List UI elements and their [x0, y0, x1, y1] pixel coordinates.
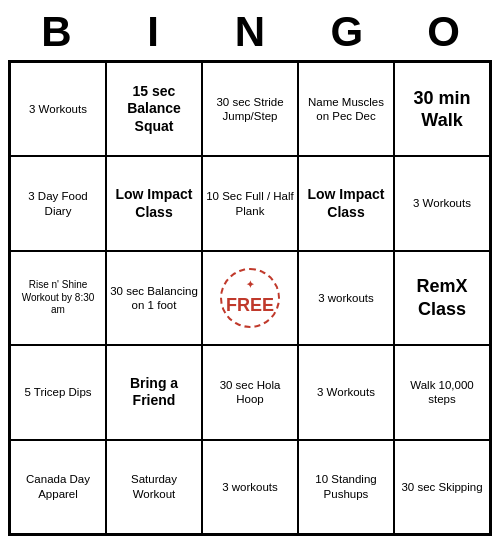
bingo-cell-22: 3 workouts — [202, 440, 298, 534]
bingo-header: B I N G O — [8, 8, 492, 56]
bingo-cell-24: 30 sec Skipping — [394, 440, 490, 534]
letter-o: O — [404, 8, 484, 56]
bingo-cell-19: Walk 10,000 steps — [394, 345, 490, 439]
bingo-cell-7: 10 Sec Full / Half Plank — [202, 156, 298, 250]
letter-n: N — [210, 8, 290, 56]
bingo-cell-11: 30 sec Balancing on 1 foot — [106, 251, 202, 345]
bingo-cell-23: 10 Standing Pushups — [298, 440, 394, 534]
bingo-cell-0: 3 Workouts — [10, 62, 106, 156]
bingo-cell-4: 30 min Walk — [394, 62, 490, 156]
letter-b: B — [16, 8, 96, 56]
bingo-cell-20: Canada Day Apparel — [10, 440, 106, 534]
bingo-cell-9: 3 Workouts — [394, 156, 490, 250]
bingo-grid: 3 Workouts15 sec Balance Squat30 sec Str… — [8, 60, 492, 536]
bingo-cell-8: Low Impact Class — [298, 156, 394, 250]
bingo-cell-1: 15 sec Balance Squat — [106, 62, 202, 156]
bingo-cell-18: 3 Workouts — [298, 345, 394, 439]
letter-g: G — [307, 8, 387, 56]
bingo-cell-21: Saturday Workout — [106, 440, 202, 534]
bingo-cell-3: Name Muscles on Pec Dec — [298, 62, 394, 156]
bingo-cell-6: Low Impact Class — [106, 156, 202, 250]
bingo-cell-16: Bring a Friend — [106, 345, 202, 439]
bingo-cell-2: 30 sec Stride Jump/Step — [202, 62, 298, 156]
bingo-cell-14: RemX Class — [394, 251, 490, 345]
bingo-cell-12: ✦FREE — [202, 251, 298, 345]
bingo-cell-13: 3 workouts — [298, 251, 394, 345]
bingo-cell-17: 30 sec Hola Hoop — [202, 345, 298, 439]
bingo-cell-5: 3 Day Food Diary — [10, 156, 106, 250]
bingo-cell-10: Rise n' Shine Workout by 8:30 am — [10, 251, 106, 345]
bingo-cell-15: 5 Tricep Dips — [10, 345, 106, 439]
letter-i: I — [113, 8, 193, 56]
